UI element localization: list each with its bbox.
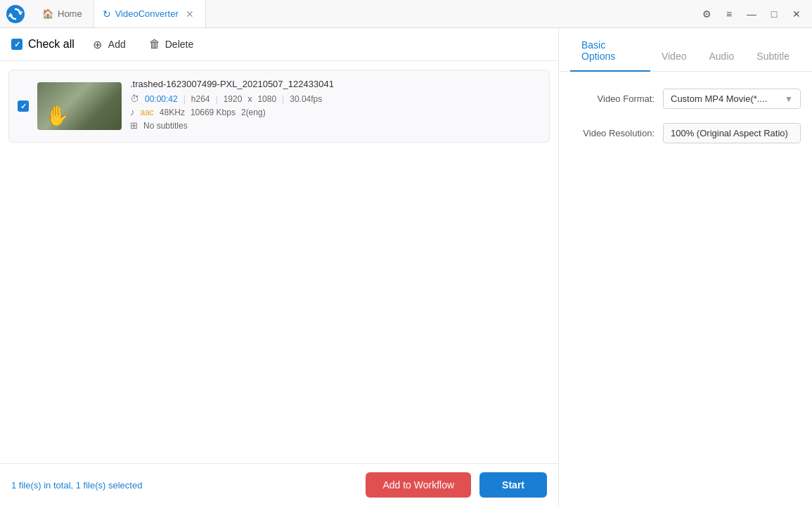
audio-meta-icon: ♪	[130, 107, 135, 117]
converter-icon: ↻	[103, 8, 111, 20]
video-format-select[interactable]: Custom MP4 Movie(*.... ▼	[663, 89, 801, 109]
file-info: .trashed-1623007499-PXL_20210507_1224330…	[130, 79, 541, 134]
tab-video-label: Video	[662, 51, 687, 62]
window-controls: ⚙ ≡ — □ ✕	[697, 4, 806, 24]
tab-close-button[interactable]: ✕	[183, 7, 197, 21]
file-meta-subtitle: ⊞ No subtitles	[130, 120, 541, 131]
tab-basic-options-label: Basic Options	[581, 39, 615, 62]
file-meta-audio: ♪ aac 48KHz 10669 Kbps 2(eng)	[130, 107, 541, 117]
bottom-bar: 1 file(s) in total, 1 file(s) selected A…	[0, 463, 558, 506]
file-list: 🤚 .trashed-1623007499-PXL_20210507_12243…	[0, 61, 558, 463]
left-panel: Check all ⊕ Add 🗑 Delete 🤚 .trashed-1623…	[0, 28, 559, 506]
tab-basic-options[interactable]: Basic Options	[570, 28, 650, 72]
file-codec: h264	[191, 94, 210, 104]
thumbnail-hand: 🤚	[44, 104, 69, 127]
file-checkbox[interactable]	[18, 100, 29, 112]
right-tabs: Basic Options Video Audio Subtitle	[559, 28, 812, 72]
add-to-workflow-button[interactable]: Add to Workflow	[366, 472, 471, 498]
chevron-down-icon: ▼	[785, 94, 793, 104]
close-button[interactable]: ✕	[787, 4, 806, 24]
add-button[interactable]: ⊕ Add	[86, 35, 131, 53]
home-icon: 🏠	[42, 8, 53, 19]
check-all-checkbox[interactable]	[11, 39, 22, 50]
active-tab[interactable]: ↻ VideoConverter ✕	[94, 0, 206, 27]
file-audio-kbps: 10669 Kbps	[191, 108, 236, 117]
home-tab-label: Home	[58, 8, 82, 19]
file-audio-hz: 48KHz	[160, 108, 185, 117]
subtitle-meta-icon: ⊞	[130, 120, 138, 131]
video-meta-icon: ⏱	[130, 93, 139, 104]
video-resolution-value: 100% (Original Aspect Ratio)	[663, 123, 801, 143]
tab-audio[interactable]: Audio	[697, 39, 745, 72]
delete-button[interactable]: 🗑 Delete	[143, 35, 199, 53]
video-format-row: Video Format: Custom MP4 Movie(*.... ▼	[570, 89, 801, 109]
add-label: Add	[108, 39, 126, 50]
right-content: Video Format: Custom MP4 Movie(*.... ▼ V…	[559, 72, 812, 506]
toolbar: Check all ⊕ Add 🗑 Delete	[0, 28, 558, 61]
tab-video[interactable]: Video	[650, 39, 698, 72]
right-panel: Basic Options Video Audio Subtitle Video…	[559, 28, 812, 506]
active-tab-label: VideoConverter	[115, 8, 179, 19]
video-resolution-label: Video Resolution:	[570, 128, 655, 138]
status-text: 1 file(s) in total, 1 file(s) selected	[11, 480, 142, 491]
main-area: Check all ⊕ Add 🗑 Delete 🤚 .trashed-1623…	[0, 28, 812, 506]
video-format-label: Video Format:	[570, 93, 655, 104]
start-button[interactable]: Start	[479, 472, 547, 498]
file-height: 1080	[257, 94, 276, 104]
file-meta-video: ⏱ 00:00:42 | h264 | 1920 x 1080 | 30.04f…	[130, 93, 541, 104]
delete-icon: 🗑	[148, 38, 161, 51]
video-format-value: Custom MP4 Movie(*....	[671, 93, 767, 104]
home-tab[interactable]: 🏠 Home	[31, 0, 94, 27]
file-fps: 30.04fps	[290, 94, 322, 104]
file-item: 🤚 .trashed-1623007499-PXL_20210507_12243…	[8, 70, 550, 143]
title-bar: 🏠 Home ↻ VideoConverter ✕ ⚙ ≡ — □ ✕	[0, 0, 812, 28]
settings-button[interactable]: ⚙	[697, 4, 716, 24]
app-logo	[6, 4, 25, 24]
check-all-wrap[interactable]: Check all	[11, 38, 75, 51]
tab-subtitle[interactable]: Subtitle	[745, 39, 801, 72]
check-all-label: Check all	[28, 38, 75, 51]
file-thumbnail: 🤚	[37, 82, 122, 130]
minimize-button[interactable]: —	[742, 4, 761, 24]
add-icon: ⊕	[91, 38, 104, 51]
tab-audio-label: Audio	[709, 51, 734, 62]
maximize-button[interactable]: □	[764, 4, 784, 24]
video-resolution-row: Video Resolution: 100% (Original Aspect …	[570, 123, 801, 143]
file-audio-codec: aac	[141, 108, 154, 117]
file-width: 1920	[224, 94, 243, 104]
file-audio-lang: 2(eng)	[241, 108, 266, 117]
tab-subtitle-label: Subtitle	[756, 51, 790, 62]
svg-point-0	[6, 5, 25, 23]
bottom-actions: Add to Workflow Start	[366, 472, 547, 498]
file-duration: 00:00:42	[145, 94, 178, 104]
file-subtitles: No subtitles	[143, 121, 188, 131]
menu-button[interactable]: ≡	[719, 4, 739, 24]
delete-label: Delete	[165, 39, 193, 50]
file-name: .trashed-1623007499-PXL_20210507_1224330…	[130, 79, 541, 89]
title-bar-tabs: 🏠 Home ↻ VideoConverter ✕	[31, 0, 206, 27]
